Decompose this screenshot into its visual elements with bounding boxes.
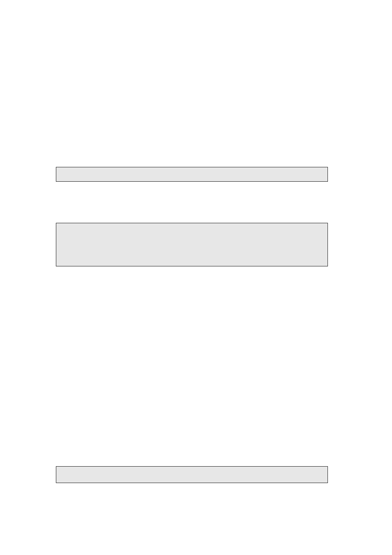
document-page xyxy=(0,0,392,555)
placeholder-box-2 xyxy=(56,223,328,266)
placeholder-box-3 xyxy=(56,466,328,483)
placeholder-box-1 xyxy=(56,167,328,182)
